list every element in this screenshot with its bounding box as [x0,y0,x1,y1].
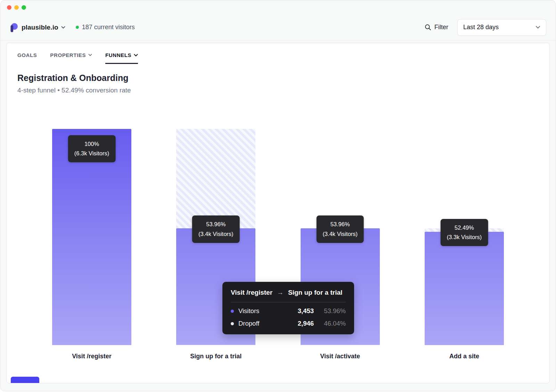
bar-value-label: 53.96% (3.4k Visitors) [192,215,240,243]
close-window-button[interactable] [7,5,11,10]
tooltip-row-label: Visitors [238,307,284,315]
report-tabs: GOALS PROPERTIES FUNNELS [17,52,539,64]
step-label: Add a site [411,353,518,360]
chevron-down-icon[interactable] [61,26,65,29]
tab-properties[interactable]: PROPERTIES [50,52,92,64]
current-visitors-label: 187 current visitors [82,24,135,31]
chevron-down-icon [134,54,138,57]
tab-goals[interactable]: GOALS [17,52,37,64]
tab-properties-label: PROPERTIES [50,52,86,58]
filter-label: Filter [434,24,448,31]
tooltip-row-dropoff: Dropoff 2,946 46.04% [231,315,346,327]
current-visitors[interactable]: 187 current visitors [76,24,135,31]
tooltip-row-value: 3,453 [284,307,314,315]
funnel-title: Registration & Onboarding [17,73,539,83]
chevron-down-icon [88,54,92,56]
tab-goals-label: GOALS [17,52,37,58]
bar-value-label: 52.49% (3.3k Visitors) [441,219,488,246]
bar-visitors: (6.3k Visitors) [74,149,109,158]
zoom-window-button[interactable] [22,5,26,10]
live-pulse-dot-icon [76,26,79,29]
minimize-window-button[interactable] [14,5,19,10]
bar-visitors: (3.3k Visitors) [447,232,482,242]
arrow-right-icon: → [277,289,284,296]
app-header: plausible.io 187 current visitors Filter… [1,14,555,41]
partially-visible-button[interactable] [11,377,39,383]
bar-percent: 53.96% [198,220,234,229]
bar-percent: 52.49% [447,223,482,232]
date-range-value: Last 28 days [463,24,499,31]
date-range-select[interactable]: Last 28 days [457,19,546,36]
tab-funnels-label: FUNNELS [105,52,131,58]
funnel-bar[interactable] [425,232,504,345]
step-label: Sign up for a trial [162,353,269,360]
bar-value-label: 53.96% (3.4k Visitors) [316,215,364,243]
step-label: Visit /register [38,353,145,360]
plausible-logo-icon [10,23,18,32]
tooltip-to-step: Sign up for a trial [288,289,342,296]
tooltip-row-percent: 53.96% [314,307,346,315]
search-icon [425,24,431,31]
tooltip-row-visitors: Visitors 3,453 53.96% [231,302,346,315]
bar-percent: 100% [74,139,109,149]
bar-visitors: (3.4k Visitors) [322,229,358,239]
bar-percent: 53.96% [322,220,358,229]
step-label: Visit /activate [287,353,394,360]
tab-funnels[interactable]: FUNNELS [105,52,138,64]
funnel-card: GOALS PROPERTIES FUNNELS Registration & … [6,43,550,383]
filter-button[interactable]: Filter [425,24,448,31]
bar-visitors: (3.4k Visitors) [198,229,234,239]
tooltip-row-value: 2,946 [284,320,314,327]
funnel-subtitle: 4-step funnel • 52.49% conversion rate [17,87,539,94]
dropoff-hatch [176,129,255,228]
tooltip-from-step: Visit /register [231,289,272,296]
site-switcher[interactable]: plausible.io [22,24,58,31]
tooltip-row-label: Dropoff [238,320,284,327]
funnel-step-tooltip: Visit /register → Sign up for a trial Vi… [222,282,354,334]
chevron-down-icon [535,26,540,29]
funnel-chart: 100% (6.3k Visitors) Visit /register 53.… [17,129,539,345]
funnel-column[interactable]: 52.49% (3.3k Visitors) Add a site [425,129,504,345]
bar-value-label: 100% (6.3k Visitors) [68,135,116,162]
tooltip-row-percent: 46.04% [314,320,346,327]
window-titlebar [1,0,555,14]
funnel-column[interactable]: 100% (6.3k Visitors) Visit /register [52,129,131,345]
app-window: plausible.io 187 current visitors Filter… [0,0,556,391]
dropoff-dot-icon [231,322,234,325]
visitors-dot-icon [231,310,234,313]
